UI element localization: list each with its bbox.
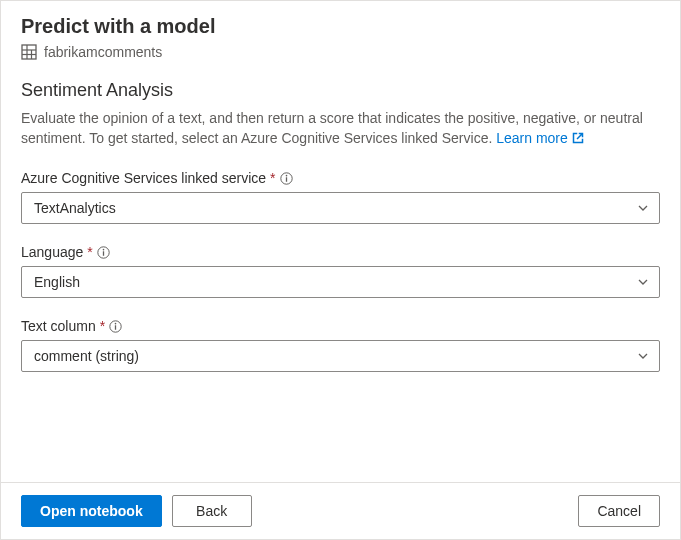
field-label-language: Language * [21,244,660,260]
field-language: Language * English [21,244,660,298]
learn-more-label: Learn more [496,129,568,149]
section-title: Sentiment Analysis [21,80,660,101]
info-icon[interactable] [109,320,122,333]
svg-point-6 [285,175,287,177]
field-text-column: Text column * comment (string) [21,318,660,372]
required-asterisk: * [100,318,105,334]
language-label-text: Language [21,244,83,260]
resource-name: fabrikamcomments [44,44,162,60]
chevron-down-icon [637,276,649,288]
page-title: Predict with a model [21,15,660,38]
svg-rect-10 [103,251,104,255]
back-button[interactable]: Back [172,495,252,527]
info-icon[interactable] [280,172,293,185]
learn-more-link[interactable]: Learn more [496,129,584,149]
cancel-button[interactable]: Cancel [578,495,660,527]
svg-rect-0 [22,45,36,59]
chevron-down-icon [637,202,649,214]
table-icon [21,44,37,60]
linked-service-label-text: Azure Cognitive Services linked service [21,170,266,186]
svg-rect-7 [285,177,286,181]
open-notebook-button[interactable]: Open notebook [21,495,162,527]
svg-point-9 [102,249,104,251]
field-label-linked-service: Azure Cognitive Services linked service … [21,170,660,186]
field-label-text-column: Text column * [21,318,660,334]
section-description: Evaluate the opinion of a text, and then… [21,109,660,148]
resource-row: fabrikamcomments [21,44,660,60]
language-value: English [34,274,80,290]
required-asterisk: * [87,244,92,260]
required-asterisk: * [270,170,275,186]
svg-rect-13 [115,325,116,329]
external-link-icon [572,132,584,144]
text-column-dropdown[interactable]: comment (string) [21,340,660,372]
info-icon[interactable] [97,246,110,259]
field-linked-service: Azure Cognitive Services linked service … [21,170,660,224]
language-dropdown[interactable]: English [21,266,660,298]
text-column-value: comment (string) [34,348,139,364]
text-column-label-text: Text column [21,318,96,334]
svg-point-12 [115,323,117,325]
linked-service-value: TextAnalytics [34,200,116,216]
footer: Open notebook Back Cancel [1,482,680,539]
chevron-down-icon [637,350,649,362]
linked-service-dropdown[interactable]: TextAnalytics [21,192,660,224]
